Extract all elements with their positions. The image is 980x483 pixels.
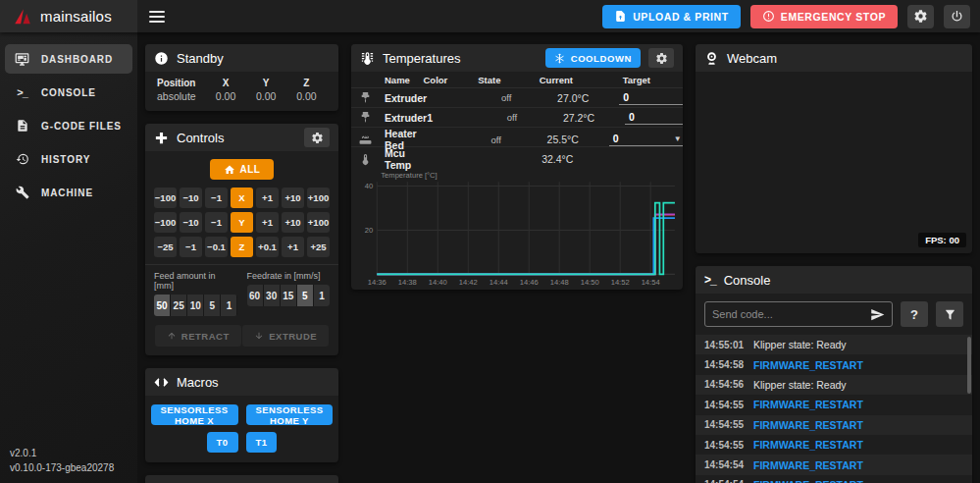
svg-text:14:38: 14:38 (398, 278, 417, 287)
power-button[interactable] (944, 5, 970, 28)
home-z-button[interactable]: Z (231, 237, 253, 257)
feed-25[interactable]: 25 (171, 295, 186, 316)
jog-y-+100[interactable]: +100 (307, 212, 330, 233)
mainsail-version: v2.0.1 (10, 447, 128, 461)
webcam-title: Webcam (727, 51, 777, 66)
jog-y--10[interactable]: −10 (180, 212, 202, 233)
ui-settings-button[interactable] (907, 5, 934, 28)
jog-x-+1[interactable]: +1 (256, 188, 279, 208)
temperature-chart[interactable]: 204014:3614:3814:4014:4214:4414:4614:481… (351, 167, 683, 290)
temperatures-settings-button[interactable] (648, 48, 674, 68)
jog-z--0.1[interactable]: −0.1 (205, 237, 228, 257)
send-icon[interactable] (870, 307, 885, 322)
dashboard-icon (14, 52, 30, 67)
feed-50[interactable]: 50 (154, 295, 170, 316)
target-select[interactable]: 0 ▼ (619, 91, 683, 105)
target-select[interactable]: 0 ▼ (609, 133, 683, 146)
controls-settings-button[interactable] (304, 128, 330, 147)
jog-z-+0.1[interactable]: +0.1 (256, 237, 279, 257)
feedrate-15[interactable]: 15 (281, 285, 296, 306)
home-y-button[interactable]: Y (231, 212, 253, 233)
macro-t1-button[interactable]: T1 (246, 432, 278, 453)
emergency-stop-button[interactable]: EMERGENCY STOP (750, 5, 898, 28)
retract-button[interactable]: RETRACT (155, 325, 241, 347)
command-link[interactable]: FIRMWARE_RESTART (753, 439, 863, 451)
jog-y--1[interactable]: −1 (205, 212, 228, 233)
console-entry: 14:54:58 FIRMWARE_RESTART (696, 354, 972, 374)
jog-y-+10[interactable]: +10 (282, 212, 304, 233)
retract-label: RETRACT (181, 331, 230, 342)
jog-z-+25[interactable]: +25 (307, 237, 330, 257)
console-entry: 14:54:55 FIRMWARE_RESTART (696, 415, 972, 435)
console-entry: 14:55:01 Klipper state: Ready (696, 335, 972, 354)
version-info: v2.0.1 v0.10.0-173-gbea20278 (0, 441, 137, 483)
jog-z--1[interactable]: −1 (180, 237, 202, 257)
feedrate-5[interactable]: 5 (297, 285, 313, 306)
cooldown-label: COOLDOWN (571, 53, 632, 64)
thermometer-lines-icon (360, 51, 375, 66)
temp-row-mcu: Mcu Temp 32.4°C (351, 147, 683, 167)
cooldown-button[interactable]: COOLDOWN (545, 48, 641, 68)
extrude-button[interactable]: EXTRUDE (242, 325, 329, 347)
home-x-button[interactable]: X (231, 188, 253, 208)
command-link[interactable]: FIRMWARE_RESTART (753, 459, 863, 471)
info-icon (154, 51, 169, 66)
home-all-button[interactable]: ALL (210, 159, 275, 180)
hamburger-menu-icon[interactable] (137, 0, 177, 32)
feedrate-1[interactable]: 1 (314, 285, 330, 306)
feed-5[interactable]: 5 (204, 295, 220, 316)
controls-title: Controls (177, 131, 224, 145)
feedrate-30[interactable]: 30 (264, 285, 280, 306)
jog-row-x: −100 −10 −1 X +1 +10 +100 (154, 188, 330, 208)
sidebar-item-gcode-files[interactable]: G-CODE FILES (5, 111, 132, 140)
feed-1[interactable]: 1 (221, 295, 236, 316)
console-filter-button[interactable] (936, 301, 963, 327)
command-link[interactable]: FIRMWARE_RESTART (753, 419, 863, 431)
console-entry: 14:54:54 FIRMWARE_RESTART (696, 455, 972, 474)
svg-text:40: 40 (365, 182, 373, 190)
sidebar-item-history[interactable]: HISTORY (5, 144, 132, 174)
scrollbar-thumb[interactable] (967, 337, 971, 394)
status-title: Standby (177, 51, 224, 66)
brand[interactable]: mainsailos (0, 0, 137, 32)
jog-x--10[interactable]: −10 (180, 188, 202, 208)
position-table: Position X Y Z absolute 0.00 0.00 0.00 (145, 72, 338, 111)
macros-title: Macros (177, 375, 219, 390)
pos-value: absolute (157, 90, 205, 102)
command-link[interactable]: FIRMWARE_RESTART (753, 479, 863, 483)
jog-x-+100[interactable]: +100 (307, 188, 330, 208)
sidebar-item-machine[interactable]: MACHINE (5, 178, 132, 207)
macro-sensorless-home-y-button[interactable]: SENSORLESS HOME Y (246, 404, 334, 425)
jog-z-+1[interactable]: +1 (282, 237, 304, 257)
console-input[interactable] (712, 308, 870, 320)
sidebar-item-dashboard[interactable]: DASHBOARD (5, 44, 132, 74)
heater-state: off (468, 134, 525, 145)
console-help-button[interactable]: ? (901, 301, 928, 327)
gears-icon (913, 9, 928, 24)
target-none (603, 159, 678, 160)
chevron-down-icon: ▼ (674, 134, 682, 143)
dashboard-main: Standby Position X Y Z absolute 0.00 0.0… (137, 32, 980, 483)
command-link[interactable]: FIRMWARE_RESTART (753, 399, 863, 410)
jog-x--1[interactable]: −1 (205, 188, 228, 208)
gamepad-icon (154, 131, 169, 145)
jog-z--25[interactable]: −25 (154, 237, 177, 257)
macro-sensorless-home-x-button[interactable]: SENSORLESS HOME X (151, 404, 238, 425)
jog-y--100[interactable]: −100 (154, 212, 177, 233)
temp-row-extruder: Extruder off 27.0°C 0 ▼ (351, 88, 683, 108)
upload-print-button[interactable]: UPLOAD & PRINT (602, 5, 741, 28)
sidebar-item-console[interactable]: >_ CONSOLE (5, 78, 132, 107)
heater-bed-icon (359, 134, 385, 146)
feedrate-60[interactable]: 60 (247, 285, 263, 306)
jog-x-+10[interactable]: +10 (282, 188, 304, 208)
jog-x--100[interactable]: −100 (154, 188, 177, 208)
console-entry: 14:54:54 FIRMWARE_RESTART (696, 475, 972, 483)
alert-circle-icon (762, 10, 775, 23)
heater-state: off (478, 92, 535, 103)
feed-10[interactable]: 10 (187, 295, 203, 316)
command-link[interactable]: FIRMWARE_RESTART (753, 359, 863, 371)
target-select[interactable]: 0 ▼ (625, 111, 683, 125)
jog-y-+1[interactable]: +1 (256, 212, 279, 233)
feed-amount-group: 50 25 10 5 1 (154, 295, 237, 316)
macro-t0-button[interactable]: T0 (207, 432, 238, 453)
